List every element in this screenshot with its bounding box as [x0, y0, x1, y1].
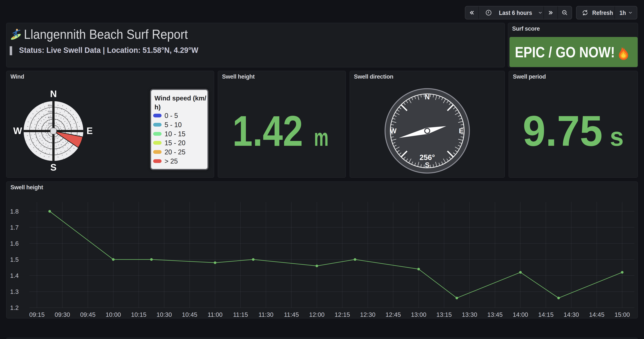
svg-text:1.6: 1.6 [10, 240, 19, 247]
svg-text:1.2: 1.2 [10, 304, 19, 311]
svg-text:09:15: 09:15 [29, 311, 45, 318]
svg-text:60%: 60% [48, 110, 52, 113]
svg-text:14:00: 14:00 [513, 311, 528, 318]
svg-text:s: s [610, 122, 624, 151]
svg-text:1.3: 1.3 [10, 288, 19, 295]
svg-text:14:45: 14:45 [589, 311, 605, 318]
svg-text:12:15: 12:15 [335, 311, 350, 318]
svg-text:N: N [425, 93, 430, 101]
svg-text:11:00: 11:00 [208, 311, 222, 318]
svg-text:1.8: 1.8 [10, 208, 19, 215]
svg-text:1.42: 1.42 [232, 107, 303, 155]
svg-text:12:30: 12:30 [360, 311, 376, 318]
svg-text:11:45: 11:45 [284, 311, 299, 318]
svg-text:m: m [314, 124, 328, 151]
svg-text:S: S [50, 162, 56, 173]
svg-text:W: W [390, 127, 396, 135]
svg-text:EPIC / GO NOW!: EPIC / GO NOW! [515, 44, 615, 61]
svg-text:15:00: 15:00 [614, 311, 630, 318]
svg-text:N: N [50, 89, 57, 99]
svg-text:11:15: 11:15 [233, 311, 248, 318]
svg-text:14:15: 14:15 [538, 311, 554, 318]
svg-text:12:45: 12:45 [386, 311, 401, 318]
svg-text:13:30: 13:30 [462, 311, 478, 318]
svg-text:1.5: 1.5 [10, 256, 19, 263]
svg-text:10:00: 10:00 [106, 311, 121, 318]
svg-text:40%: 40% [48, 116, 52, 119]
svg-text:80%: 80% [48, 104, 52, 107]
svg-text:09:30: 09:30 [55, 311, 70, 318]
svg-text:256°: 256° [420, 153, 435, 161]
svg-text:14:30: 14:30 [564, 311, 579, 318]
svg-text:10:15: 10:15 [131, 311, 146, 318]
svg-text:E: E [86, 126, 93, 136]
svg-text:1.7: 1.7 [10, 224, 19, 231]
svg-text:11:30: 11:30 [258, 311, 274, 318]
svg-text:S: S [425, 161, 430, 169]
svg-text:10:30: 10:30 [156, 311, 172, 318]
svg-text:13:15: 13:15 [436, 311, 452, 318]
svg-text:13:00: 13:00 [411, 311, 426, 318]
svg-text:1.4: 1.4 [10, 272, 19, 279]
svg-text:12:00: 12:00 [309, 311, 324, 318]
svg-text:W: W [13, 126, 22, 136]
svg-text:9.75: 9.75 [523, 107, 602, 155]
svg-text:10:45: 10:45 [182, 311, 198, 318]
svg-text:E: E [459, 127, 464, 135]
svg-text:13:45: 13:45 [487, 311, 503, 318]
svg-text:20%: 20% [48, 122, 52, 125]
svg-text:09:45: 09:45 [80, 311, 96, 318]
